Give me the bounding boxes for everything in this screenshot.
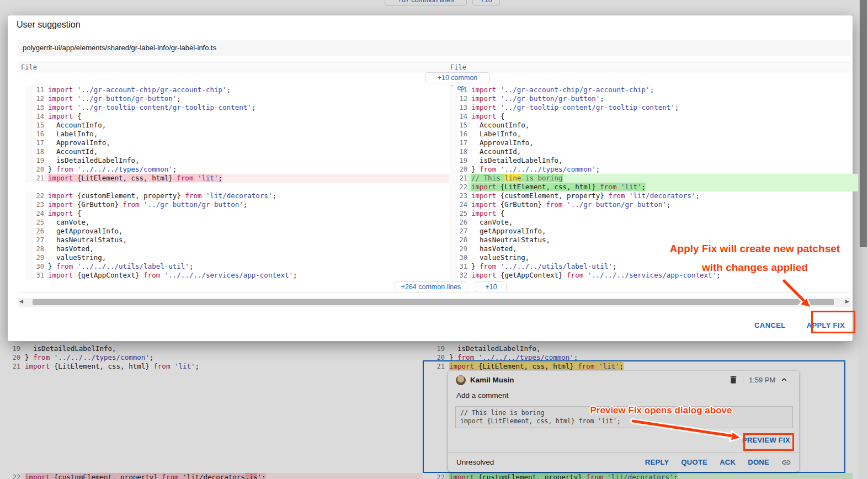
code-row: 31} from '../../../utils/label-util'; bbox=[449, 262, 858, 271]
line-number: 20 bbox=[34, 165, 44, 174]
code-text: // This line is boring bbox=[467, 174, 858, 183]
code-text: import { bbox=[467, 112, 858, 121]
cancel-button[interactable]: CANCEL bbox=[752, 318, 788, 333]
code-text: AccountId, bbox=[44, 147, 449, 156]
code-row: 19 isDetailedLabelInfo, bbox=[26, 156, 449, 165]
line-number: 22 bbox=[34, 191, 44, 200]
code-row: 15 AccountInfo, bbox=[449, 121, 858, 130]
expand-common-lines-bottom-button[interactable]: +264 common lines bbox=[395, 281, 467, 292]
code-row: 15 AccountInfo, bbox=[26, 121, 449, 130]
code-row: 16 LabelInfo, bbox=[26, 130, 449, 139]
code-text: LabelInfo, bbox=[467, 130, 858, 139]
code-text: getApprovalInfo, bbox=[467, 227, 858, 236]
code-text: } from '../../../types/common'; bbox=[467, 165, 858, 174]
left-column-label: File bbox=[21, 63, 37, 71]
code-text: import { bbox=[44, 209, 449, 218]
code-row: 21// This line is boring bbox=[449, 174, 858, 183]
code-row: 26 getApprovalInfo, bbox=[26, 227, 449, 236]
line-number: 26 bbox=[457, 218, 467, 227]
code-row: 16 LabelInfo, bbox=[449, 130, 858, 139]
line-number: 24 bbox=[34, 209, 44, 218]
expand-more-lines-bottom-button[interactable]: +10 bbox=[476, 281, 507, 292]
code-row: 14import { bbox=[26, 112, 449, 121]
code-text: valueString, bbox=[44, 253, 449, 262]
line-number: 29 bbox=[457, 244, 467, 253]
code-text: import {LitElement, css, html} from 'lit… bbox=[44, 174, 449, 183]
line-number: 17 bbox=[457, 139, 467, 147]
line-number: 13 bbox=[457, 103, 467, 112]
code-text: hasVoted, bbox=[467, 244, 858, 253]
code-text: import {getAppContext} from '../../../se… bbox=[467, 271, 858, 280]
code-text: import { bbox=[44, 112, 449, 121]
code-row: 20} from '../../../types/common'; bbox=[449, 165, 858, 174]
line-number: 23 bbox=[34, 200, 44, 209]
diff-horizontal-scrollbar[interactable]: ◀ ▶ bbox=[18, 298, 850, 307]
code-row: 26 canVote, bbox=[449, 218, 858, 227]
line-number: 12 bbox=[34, 94, 44, 103]
code-row: 28 hasNeutralStatus, bbox=[449, 236, 858, 244]
line-number: 19 bbox=[457, 156, 467, 165]
code-text: isDetailedLabelInfo, bbox=[467, 156, 858, 165]
page: +87 common lines +10 19 isDetailedLabelI… bbox=[0, 0, 868, 479]
line-number: 29 bbox=[34, 253, 44, 262]
line-number: 11 bbox=[457, 86, 467, 94]
line-number: 12 bbox=[457, 94, 467, 103]
line-number: 11 bbox=[34, 86, 44, 94]
line-number: 14 bbox=[34, 112, 44, 121]
scroll-right-arrow[interactable]: ▶ bbox=[845, 299, 849, 304]
code-text: import {customElement, property} from 'l… bbox=[44, 191, 449, 200]
line-number: 31 bbox=[34, 271, 44, 280]
line-number: 14 bbox=[457, 112, 467, 121]
code-row: 20} from '../../../types/common'; bbox=[26, 165, 449, 174]
code-row: 23import {customElement, property} from … bbox=[449, 191, 858, 200]
line-number: 31 bbox=[457, 262, 467, 271]
code-text: } from '../../../utils/label-util'; bbox=[44, 262, 449, 271]
apply-fix-button[interactable]: APPLY FIX bbox=[805, 318, 847, 333]
line-number: 27 bbox=[34, 236, 44, 244]
code-text: import '../gr-button/gr-button'; bbox=[467, 94, 858, 103]
code-row: 13import '../gr-tooltip-content/gr-toolt… bbox=[449, 103, 858, 112]
code-row: 25import { bbox=[449, 209, 858, 218]
code-text: AccountInfo, bbox=[467, 121, 858, 130]
line-number: 26 bbox=[34, 227, 44, 236]
line-number: 21 bbox=[34, 174, 44, 183]
code-row: 23import {GrButton} from '../gr-button/g… bbox=[26, 200, 449, 209]
code-row: 17 ApprovalInfo, bbox=[449, 139, 858, 147]
code-row: 27 hasNeutralStatus, bbox=[26, 236, 449, 244]
line-number: 18 bbox=[34, 147, 44, 156]
code-text: import '../gr-tooltip-content/gr-tooltip… bbox=[44, 103, 449, 112]
code-row: 27 getApprovalInfo, bbox=[449, 227, 858, 236]
line-number: 18 bbox=[457, 147, 467, 156]
code-text: ApprovalInfo, bbox=[467, 139, 858, 147]
line-number: 19 bbox=[34, 156, 44, 165]
code-row: 18 AccountId, bbox=[26, 147, 449, 156]
code-text: import {GrButton} from '../gr-button/gr-… bbox=[44, 200, 449, 209]
line-number: 27 bbox=[457, 227, 467, 236]
diff-right-panel: 11import '../gr-account-chip/gr-account-… bbox=[449, 86, 858, 280]
line-number: 17 bbox=[34, 139, 44, 147]
code-text: hasVoted, bbox=[44, 244, 449, 253]
line-number: 30 bbox=[457, 253, 467, 262]
code-row: 25 canVote, bbox=[26, 218, 449, 227]
code-text: import {GrButton} from '../gr-button/gr-… bbox=[467, 200, 858, 209]
line-number: 15 bbox=[457, 121, 467, 130]
code-row: 29 hasVoted, bbox=[449, 244, 858, 253]
code-row: 30 valueString, bbox=[449, 253, 858, 262]
dialog-title: User suggestion bbox=[17, 20, 81, 30]
code-row: 18 AccountId, bbox=[449, 147, 858, 156]
diff-scrollbar-thumb[interactable] bbox=[33, 299, 834, 305]
expand-common-lines-button-dialog[interactable]: +10 common lines bbox=[425, 72, 489, 83]
code-text: getApprovalInfo, bbox=[44, 227, 449, 236]
code-text: import {getAppContext} from '../../../se… bbox=[44, 271, 449, 280]
code-text: valueString, bbox=[467, 253, 858, 262]
scroll-left-arrow[interactable]: ◀ bbox=[19, 299, 23, 304]
line-number: 15 bbox=[34, 121, 44, 130]
code-text: import '../gr-button/gr-button'; bbox=[44, 94, 449, 103]
code-row: 14import { bbox=[449, 112, 858, 121]
code-row: 12import '../gr-button/gr-button'; bbox=[449, 94, 858, 103]
line-number: 23 bbox=[457, 191, 467, 200]
diff-left-panel: 11import '../gr-account-chip/gr-account-… bbox=[26, 86, 449, 280]
code-text: canVote, bbox=[467, 218, 858, 227]
diff-bottom-divider bbox=[18, 292, 850, 292]
line-number: 30 bbox=[34, 262, 44, 271]
